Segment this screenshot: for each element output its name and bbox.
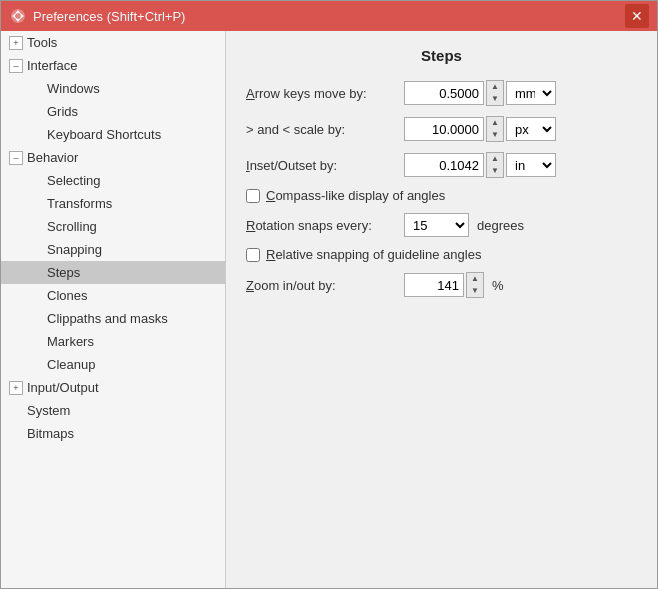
- scale-unit[interactable]: pxmmptcmin: [506, 117, 556, 141]
- inset-up[interactable]: ▲: [487, 153, 503, 165]
- sidebar-item-grids[interactable]: Grids: [1, 100, 225, 123]
- zoom-up[interactable]: ▲: [467, 273, 483, 285]
- sidebar-item-label-tools: Tools: [27, 35, 57, 50]
- arrow-keys-label: Arrow keys move by:: [246, 86, 396, 101]
- sidebar-item-windows[interactable]: Windows: [1, 77, 225, 100]
- scale-up[interactable]: ▲: [487, 117, 503, 129]
- sidebar-item-clippaths-masks[interactable]: Clippaths and masks: [1, 307, 225, 330]
- sidebar-item-label-input-output: Input/Output: [27, 380, 99, 395]
- rotation-label: Rotation snaps every:: [246, 218, 396, 233]
- relative-row: Relative snapping of guideline angles: [246, 247, 637, 262]
- inset-down[interactable]: ▼: [487, 165, 503, 177]
- sidebar-item-behavior[interactable]: –Behavior: [1, 146, 225, 169]
- app-icon: [9, 7, 27, 25]
- zoom-spinners: ▲ ▼: [466, 272, 484, 298]
- compass-row: Compass-like display of angles: [246, 188, 637, 203]
- inset-input[interactable]: [404, 153, 484, 177]
- arrow-keys-input-group: ▲ ▼ mmpxptcmin: [404, 80, 556, 106]
- rotation-row: Rotation snaps every: 5101522.5304590 de…: [246, 213, 637, 237]
- sidebar-item-label-scrolling: Scrolling: [47, 219, 97, 234]
- sidebar-item-label-system: System: [27, 403, 70, 418]
- sidebar-item-label-selecting: Selecting: [47, 173, 100, 188]
- sidebar-item-clones[interactable]: Clones: [1, 284, 225, 307]
- sidebar: +Tools–InterfaceWindowsGridsKeyboard Sho…: [1, 31, 226, 588]
- relative-checkbox[interactable]: [246, 248, 260, 262]
- sidebar-item-bitmaps[interactable]: Bitmaps: [1, 422, 225, 445]
- sidebar-item-label-behavior: Behavior: [27, 150, 78, 165]
- expand-icon-input-output: +: [9, 381, 23, 395]
- sidebar-item-interface[interactable]: –Interface: [1, 54, 225, 77]
- compass-checkbox[interactable]: [246, 189, 260, 203]
- zoom-input[interactable]: [404, 273, 464, 297]
- zoom-down[interactable]: ▼: [467, 285, 483, 297]
- arrow-keys-up[interactable]: ▲: [487, 81, 503, 93]
- degrees-label: degrees: [477, 218, 524, 233]
- scale-input[interactable]: [404, 117, 484, 141]
- inset-row: Inset/Outset by: ▲ ▼ inmmpxptcm: [246, 152, 637, 178]
- relative-label: Relative snapping of guideline angles: [266, 247, 481, 262]
- titlebar-left: Preferences (Shift+Ctrl+P): [9, 7, 185, 25]
- scale-down[interactable]: ▼: [487, 129, 503, 141]
- sidebar-item-system[interactable]: System: [1, 399, 225, 422]
- sidebar-item-tools[interactable]: +Tools: [1, 31, 225, 54]
- sidebar-item-label-transforms: Transforms: [47, 196, 112, 211]
- expand-icon-behavior: –: [9, 151, 23, 165]
- inset-spinners: ▲ ▼: [486, 152, 504, 178]
- zoom-label: Zoom in/out by:: [246, 278, 396, 293]
- sidebar-item-snapping[interactable]: Snapping: [1, 238, 225, 261]
- sidebar-item-label-steps: Steps: [47, 265, 80, 280]
- expand-icon-tools: +: [9, 36, 23, 50]
- preferences-window: Preferences (Shift+Ctrl+P) ✕ +Tools–Inte…: [0, 0, 658, 589]
- sidebar-item-label-interface: Interface: [27, 58, 78, 73]
- sidebar-item-markers[interactable]: Markers: [1, 330, 225, 353]
- compass-label: Compass-like display of angles: [266, 188, 445, 203]
- arrow-underline: A: [246, 86, 255, 101]
- expand-icon-interface: –: [9, 59, 23, 73]
- window-title: Preferences (Shift+Ctrl+P): [33, 9, 185, 24]
- inset-unit[interactable]: inmmpxptcm: [506, 153, 556, 177]
- arrow-keys-down[interactable]: ▼: [487, 93, 503, 105]
- sidebar-item-keyboard-shortcuts[interactable]: Keyboard Shortcuts: [1, 123, 225, 146]
- sidebar-item-transforms[interactable]: Transforms: [1, 192, 225, 215]
- close-button[interactable]: ✕: [625, 4, 649, 28]
- sidebar-item-label-clippaths-masks: Clippaths and masks: [47, 311, 168, 326]
- panel-title: Steps: [246, 47, 637, 64]
- sidebar-item-cleanup[interactable]: Cleanup: [1, 353, 225, 376]
- sidebar-item-label-windows: Windows: [47, 81, 100, 96]
- inset-input-group: ▲ ▼ inmmpxptcm: [404, 152, 556, 178]
- scale-spinners: ▲ ▼: [486, 116, 504, 142]
- sidebar-item-label-bitmaps: Bitmaps: [27, 426, 74, 441]
- rotation-select[interactable]: 5101522.5304590: [404, 213, 469, 237]
- scale-label: > and < scale by:: [246, 122, 396, 137]
- sidebar-item-label-snapping: Snapping: [47, 242, 102, 257]
- zoom-row: Zoom in/out by: ▲ ▼ %: [246, 272, 637, 298]
- main-panel: Steps Arrow keys move by: ▲ ▼ mmpxptcmin: [226, 31, 657, 588]
- arrow-keys-input[interactable]: [404, 81, 484, 105]
- sidebar-item-label-markers: Markers: [47, 334, 94, 349]
- percent-label: %: [492, 278, 504, 293]
- scale-input-group: ▲ ▼ pxmmptcmin: [404, 116, 556, 142]
- sidebar-item-label-keyboard-shortcuts: Keyboard Shortcuts: [47, 127, 161, 142]
- inset-label: Inset/Outset by:: [246, 158, 396, 173]
- zoom-input-group: ▲ ▼: [404, 272, 484, 298]
- main-content: +Tools–InterfaceWindowsGridsKeyboard Sho…: [1, 31, 657, 588]
- sidebar-item-steps[interactable]: Steps: [1, 261, 225, 284]
- sidebar-item-selecting[interactable]: Selecting: [1, 169, 225, 192]
- sidebar-item-label-clones: Clones: [47, 288, 87, 303]
- titlebar: Preferences (Shift+Ctrl+P) ✕: [1, 1, 657, 31]
- arrow-keys-spinners: ▲ ▼: [486, 80, 504, 106]
- arrow-keys-row: Arrow keys move by: ▲ ▼ mmpxptcmin: [246, 80, 637, 106]
- sidebar-item-label-grids: Grids: [47, 104, 78, 119]
- sidebar-item-scrolling[interactable]: Scrolling: [1, 215, 225, 238]
- arrow-keys-unit[interactable]: mmpxptcmin: [506, 81, 556, 105]
- sidebar-item-label-cleanup: Cleanup: [47, 357, 95, 372]
- sidebar-item-input-output[interactable]: +Input/Output: [1, 376, 225, 399]
- scale-row: > and < scale by: ▲ ▼ pxmmptcmin: [246, 116, 637, 142]
